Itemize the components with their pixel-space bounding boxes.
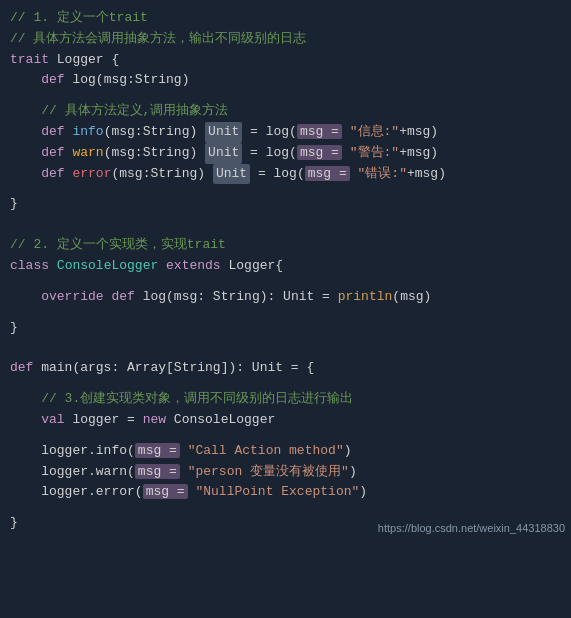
code-editor: // 1. 定义一个trait // 具体方法会调用抽象方法，输出不同级别的日志… <box>0 0 571 542</box>
line-override: override def log(msg: String): Unit = pr… <box>10 287 561 308</box>
line-warn: def warn(msg:String) Unit = log(msg = "警… <box>10 143 561 164</box>
line-error: def error(msg:String) Unit = log(msg = "… <box>10 164 561 185</box>
line-3: trait Logger { <box>10 50 561 71</box>
line-comment-2: // 具体方法定义,调用抽象方法 <box>10 101 561 122</box>
line-close1: } <box>10 194 561 215</box>
line-logger-warn: logger.warn(msg = "person 变量没有被使用") <box>10 462 561 483</box>
line-info: def info(msg:String) Unit = log(msg = "信… <box>10 122 561 143</box>
line-close2: } <box>10 318 561 339</box>
line-comment-3: // 2. 定义一个实现类，实现trait <box>10 235 561 256</box>
line-logger-info: logger.info(msg = "Call Action method") <box>10 441 561 462</box>
line-class: class ConsoleLogger extends Logger{ <box>10 256 561 277</box>
line-4: def log(msg:String) <box>10 70 561 91</box>
line-main: def main(args: Array[String]): Unit = { <box>10 358 561 379</box>
line-comment-4: // 3.创建实现类对象，调用不同级别的日志进行输出 <box>10 389 561 410</box>
line-logger-error: logger.error(msg = "NullPoint Exception"… <box>10 482 561 503</box>
watermark: https://blog.csdn.net/weixin_44318830 <box>378 520 565 538</box>
line-1: // 1. 定义一个trait <box>10 8 561 29</box>
line-val: val logger = new ConsoleLogger <box>10 410 561 431</box>
line-2: // 具体方法会调用抽象方法，输出不同级别的日志 <box>10 29 561 50</box>
